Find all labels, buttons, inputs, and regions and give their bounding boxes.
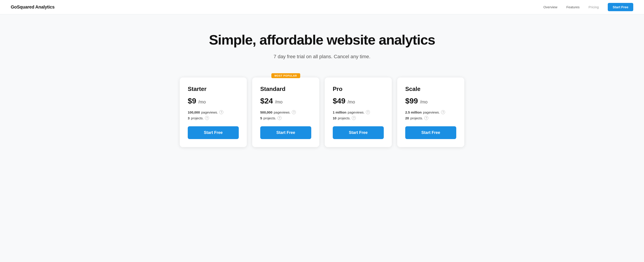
plan-pageviews: 2.5 million pageviews. ? — [405, 110, 456, 114]
projects-info-icon[interactable]: ? — [352, 116, 356, 120]
most-popular-badge-wrapper: MOST POPULAR — [272, 74, 300, 78]
pageviews-info-icon[interactable]: ? — [219, 110, 223, 114]
logo: GoSquared Analytics — [11, 5, 54, 10]
plan-period: /mo — [198, 99, 206, 104]
plan-name: Scale — [405, 86, 456, 93]
hero-section: Simple, affordable website analytics 7 d… — [0, 14, 644, 73]
plan-name: Standard — [260, 86, 311, 93]
nav-features[interactable]: Features — [566, 5, 580, 9]
plan-pageviews-value: 2.5 million — [405, 110, 422, 114]
projects-info-icon[interactable]: ? — [424, 116, 428, 120]
plan-projects-value: 5 — [260, 116, 262, 120]
plan-features: 100,000 pageviews. ? 3 projects. ? — [188, 110, 239, 120]
plan-features: 500,000 pageviews. ? 5 projects. ? — [260, 110, 311, 120]
plan-projects-value: 10 — [333, 116, 336, 120]
plan-projects: 5 projects. ? — [260, 116, 311, 120]
plan-card-pro: Pro $49 /mo 1 million pageviews. ? 10 pr… — [325, 78, 392, 147]
plan-projects: 3 projects. ? — [188, 116, 239, 120]
plan-card-scale: Scale $99 /mo 2.5 million pageviews. ? 2… — [397, 78, 464, 147]
plan-card-starter: Starter $9 /mo 100,000 pageviews. ? 3 pr… — [180, 78, 247, 147]
plan-price: $24 /mo — [260, 97, 311, 105]
plan-start-free-button[interactable]: Start Free — [333, 126, 384, 139]
plan-features: 1 million pageviews. ? 10 projects. ? — [333, 110, 384, 120]
plan-start-free-button[interactable]: Start Free — [260, 126, 311, 139]
pageviews-info-icon[interactable]: ? — [366, 110, 370, 114]
plan-period: /mo — [420, 99, 428, 104]
nav-pricing[interactable]: Pricing — [588, 5, 599, 9]
projects-info-icon[interactable]: ? — [278, 116, 282, 120]
plan-period: /mo — [275, 99, 282, 104]
nav-overview[interactable]: Overview — [543, 5, 558, 9]
hero-title: Simple, affordable website analytics — [4, 32, 640, 48]
plan-price: $49 /mo — [333, 97, 384, 105]
plan-pageviews-value: 1 million — [333, 110, 346, 114]
plan-features: 2.5 million pageviews. ? 20 projects. ? — [405, 110, 456, 120]
plan-name: Starter — [188, 86, 239, 93]
plan-card-standard: MOST POPULAR Standard $24 /mo 500,000 pa… — [252, 78, 319, 147]
plan-pageviews-value: 100,000 — [188, 110, 200, 114]
pageviews-info-icon[interactable]: ? — [441, 110, 445, 114]
plan-projects-value: 20 — [405, 116, 409, 120]
plan-projects: 10 projects. ? — [333, 116, 384, 120]
plan-period: /mo — [348, 99, 355, 104]
nav-links: Overview Features Pricing Start Free — [543, 3, 633, 11]
plan-price: $9 /mo — [188, 97, 239, 105]
projects-info-icon[interactable]: ? — [205, 116, 209, 120]
pricing-cards: Starter $9 /mo 100,000 pageviews. ? 3 pr… — [0, 73, 644, 165]
pageviews-info-icon[interactable]: ? — [292, 110, 296, 114]
navbar: GoSquared Analytics Overview Features Pr… — [0, 0, 644, 14]
plan-projects-value: 3 — [188, 116, 190, 120]
plan-pageviews: 1 million pageviews. ? — [333, 110, 384, 114]
plan-start-free-button[interactable]: Start Free — [188, 126, 239, 139]
most-popular-badge: MOST POPULAR — [272, 73, 300, 78]
plan-start-free-button[interactable]: Start Free — [405, 126, 456, 139]
plan-name: Pro — [333, 86, 384, 93]
plan-pageviews: 100,000 pageviews. ? — [188, 110, 239, 114]
plan-pageviews-value: 500,000 — [260, 110, 272, 114]
plan-projects: 20 projects. ? — [405, 116, 456, 120]
hero-subtitle: 7 day free trial on all plans. Cancel an… — [4, 54, 640, 60]
nav-start-free-button[interactable]: Start Free — [608, 3, 633, 11]
plan-price: $99 /mo — [405, 97, 456, 105]
plan-pageviews: 500,000 pageviews. ? — [260, 110, 311, 114]
